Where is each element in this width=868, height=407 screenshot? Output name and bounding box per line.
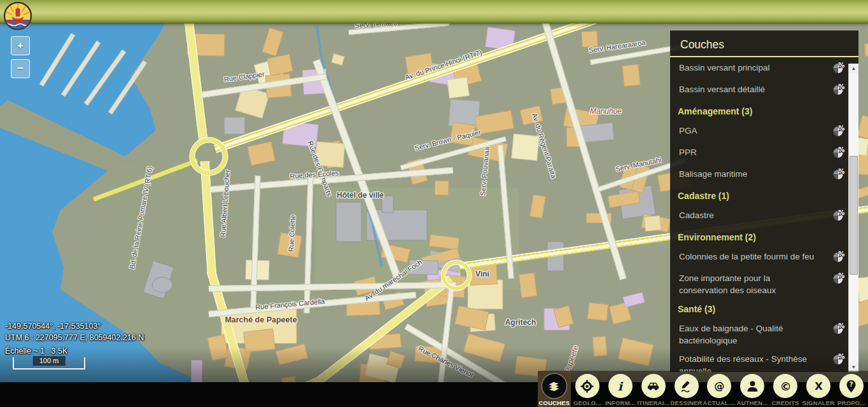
svg-text:%: % [838,354,844,360]
opacity-pie-icon[interactable]: % [823,322,845,338]
svg-text:i: i [618,379,624,392]
svg-text:X: X [815,380,823,392]
layer-item[interactable]: Potabilité des réseaux - Synthèse annuel… [670,350,849,372]
layer-item[interactable]: Bassin versant principal % [670,61,849,80]
scroll-up-arrow[interactable]: ▲ [849,64,858,73]
at-icon: @ [707,374,731,398]
layer-item[interactable]: Eaux de baignade - Qualité bactériologiq… [670,319,849,350]
scale-bar: 100 m [13,357,85,369]
opacity-pie-icon[interactable]: % [823,125,845,140]
opacity-pie-icon[interactable]: % [823,209,845,224]
svg-text:%: % [838,62,844,69]
svg-text:%: % [838,251,844,258]
svg-text:%: % [838,125,844,132]
toolbar-item-geolocalisation[interactable]: GEOLO... [571,371,604,407]
toolbar-item-itineraire[interactable]: ITINERAI... [637,371,670,407]
svg-text:%: % [838,273,844,279]
map-building [519,272,537,298]
toolbar-item-label: PROPO... [837,399,865,406]
layers-panel-title: Couches [670,31,858,56]
coordinates-degrees: -149.570544°, -17.535103° [5,321,144,332]
map-building [224,117,246,134]
svg-text:©: © [780,379,791,392]
map-building [622,64,640,86]
layers-icon [542,374,566,398]
layer-category-header: Aménagement (3) [670,102,849,121]
french-polynesia-emblem-logo [3,1,32,31]
toolbar-item-label: SIGNALER [802,399,835,406]
opacity-pie-icon[interactable]: % [823,83,845,99]
geolocate-icon [575,374,599,398]
opacity-pie-icon[interactable]: % [823,251,845,266]
zoom-in-button[interactable]: + [11,36,30,55]
roundabout [190,138,227,175]
map-label: Marché de Papeete [225,315,297,324]
map-building [587,303,608,321]
scrollbar-thumb[interactable] [850,156,858,275]
toolbar-item-dessiner[interactable]: DESSINER [670,371,703,407]
toolbar-item-actualites[interactable]: @ACTUAL.... [703,371,736,407]
bottom-toolbar: COUCHESGEOLO...iINFORM...ITINERAI...DESS… [538,371,868,407]
layer-item[interactable]: PGA % [670,121,849,143]
layer-item-label: PGA [679,125,823,137]
layers-panel: Couches Bassin versant principal %Bassin… [670,31,858,372]
layer-item-label: Bassin versant détaillé [679,83,823,95]
map-building [865,43,868,57]
svg-text:%: % [838,323,844,329]
svg-text:@: @ [714,380,724,392]
draw-pen-icon [675,374,699,398]
layer-item[interactable]: PPR % [670,143,849,165]
layer-item[interactable]: Bassin versant détaillé % [670,80,849,102]
map-building [644,216,661,231]
map-building [592,336,607,357]
map-label: Manuhoe [590,107,622,116]
toolbar-item-proposer[interactable]: ?PROPO... [835,371,868,407]
map-label: Vini [475,270,489,279]
layer-item-label: Potabilité des réseaux - Synthèse annuel… [679,353,823,372]
toolbar-item-couches[interactable]: COUCHES [538,371,571,407]
opacity-pie-icon[interactable]: % [823,272,845,287]
svg-text:%: % [838,147,844,153]
toolbar-item-label: CREDITS [772,399,799,406]
top-bar [0,0,868,24]
opacity-pie-icon[interactable]: % [823,168,845,183]
layer-category-header: Santé (3) [670,300,849,319]
toolbar-item-label: AUTHEN... [737,399,768,406]
svg-text:%: % [838,210,844,216]
panel-scrollbar[interactable]: ▲ ▼ [848,64,858,372]
copyright-icon: © [773,374,797,398]
x-mark-icon: X [806,374,830,398]
layer-category-header: Environnement (2) [670,228,849,247]
layers-list: Bassin versant principal %Bassin versant… [670,61,849,372]
toolbar-item-informations[interactable]: iINFORM... [604,371,637,407]
layer-item-label: Balisage maritime [679,168,823,180]
roundabout [442,261,471,290]
opacity-pie-icon[interactable]: % [823,146,845,162]
layer-item[interactable]: Balisage maritime % [670,165,849,186]
map-building [435,181,449,195]
layer-item[interactable]: Zone importante pour la conservation des… [670,269,849,300]
toolbar-item-label: ACTUAL.... [703,399,736,406]
layers-list-viewport: Bassin versant principal %Bassin versant… [670,61,849,372]
opacity-pie-icon[interactable]: % [823,353,845,368]
opacity-pie-icon[interactable]: % [823,62,845,77]
layer-item[interactable]: Cadastre % [670,206,849,228]
map-status-readout: -149.570544°, -17.535103° UTM 6 : 227095… [5,321,144,357]
panel-divider [670,56,858,57]
toolbar-item-credits[interactable]: ©CREDITS [769,371,802,407]
layer-item-label: Colonnies de la petite fourmi de feu [679,251,823,263]
te-fenua-app: Serv. TemaeoServ. HarearaaroaRue Clappie… [0,0,868,407]
zoom-out-button[interactable]: − [11,59,30,78]
scale-text: Échelle ~ 1 : 3.5K [5,345,144,357]
svg-text:?: ? [850,380,853,388]
toolbar-item-label: COUCHES [538,399,570,406]
toolbar-item-signaler[interactable]: XSIGNALER [802,371,835,407]
svg-text:%: % [838,84,844,90]
layer-item-label: Eaux de baignade - Qualité bactériologiq… [679,322,823,347]
zoom-controls: + − [11,36,30,82]
layer-category-header: Cadastre (1) [670,186,849,206]
toolbar-item-authentification[interactable]: AUTHEN... [736,371,769,407]
pin-question-icon: ? [839,374,864,398]
layer-item[interactable]: Colonnies de la petite fourmi de feu % [670,247,849,269]
layer-item-label: Cadastre [679,209,823,221]
